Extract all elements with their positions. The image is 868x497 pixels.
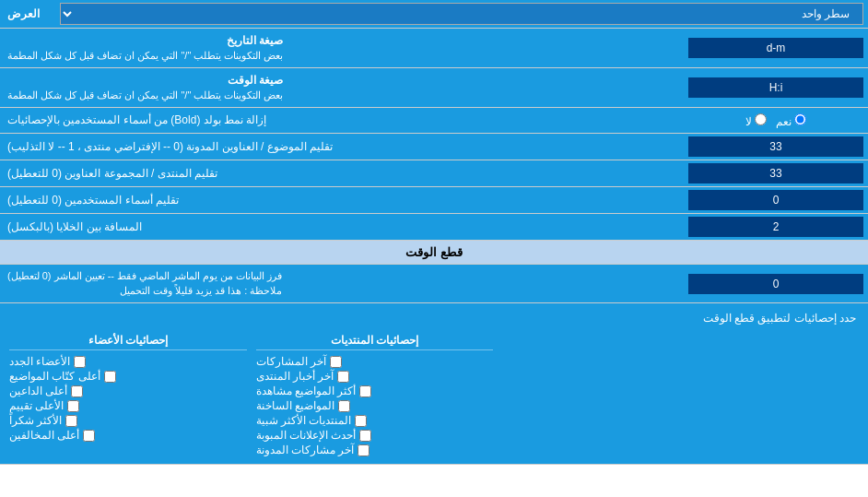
cb-most-like-forums-input[interactable] bbox=[355, 415, 367, 427]
time-format-label: صيغة الوقت بعض التكوينات يتطلب "/" التي … bbox=[0, 68, 684, 107]
cb-most-thanks: الأكثر شكراً bbox=[9, 414, 247, 427]
time-cut-input-cell bbox=[684, 265, 868, 302]
cb-new-members: الأعضاء الجدد bbox=[9, 355, 247, 368]
checkboxes-top-label: حدد إحصائيات لتطبيق قطع الوقت bbox=[5, 308, 863, 328]
time-cut-input[interactable] bbox=[688, 274, 863, 294]
time-format-row: صيغة الوقت بعض التكوينات يتطلب "/" التي … bbox=[0, 68, 868, 108]
cb-hot-topics: المواضيع الساخنة bbox=[256, 399, 494, 412]
cb-most-like-forums: المنتديات الأكثر شبية bbox=[256, 414, 494, 427]
cell-spacing-label: المسافة بين الخلايا (بالبكسل) bbox=[0, 214, 684, 240]
topics-trim-input-cell bbox=[684, 134, 868, 160]
cb-top-inviters-input[interactable] bbox=[71, 385, 83, 397]
members-stats-header: إحصائيات الأعضاء bbox=[9, 331, 247, 350]
bold-remove-row: إزالة نمط بولد (Bold) من أسماء المستخدمي… bbox=[0, 108, 868, 134]
checkboxes-grid: إحصائيات الأعضاء الأعضاء الجدد أعلى كتّا… bbox=[5, 328, 863, 459]
forum-trim-input[interactable] bbox=[688, 163, 863, 183]
cb-last-blog-posts-input[interactable] bbox=[358, 444, 369, 456]
empty-col bbox=[498, 328, 863, 459]
cb-top-rated-input[interactable] bbox=[67, 400, 79, 412]
forum-trim-row: تقليم المنتدى / المجموعة العناوين (0 للت… bbox=[0, 160, 868, 187]
cb-top-writers: أعلى كتّاب المواضيع bbox=[9, 370, 247, 383]
forum-trim-label: تقليم المنتدى / المجموعة العناوين (0 للت… bbox=[0, 160, 684, 186]
display-mode-select[interactable]: سطر واحد عدة أسطر bbox=[60, 3, 863, 25]
cell-spacing-row: المسافة بين الخلايا (بالبكسل) bbox=[0, 214, 868, 241]
time-format-input-cell bbox=[684, 68, 868, 107]
cb-last-news: آخر أخبار المنتدى bbox=[256, 370, 494, 383]
cell-spacing-input[interactable] bbox=[688, 217, 863, 237]
forums-stats-col: إحصائيات المنتديات آخر المشاركات آخر أخب… bbox=[252, 328, 499, 459]
forums-stats-header: إحصائيات المنتديات bbox=[256, 331, 494, 350]
users-trim-input-cell bbox=[684, 187, 868, 213]
bold-yes-radio[interactable] bbox=[794, 113, 806, 125]
date-format-input[interactable]: d-m bbox=[688, 38, 863, 58]
cb-most-viewed-input[interactable] bbox=[359, 385, 371, 397]
cell-spacing-input-cell bbox=[684, 214, 868, 240]
display-mode-row: العرض سطر واحد عدة أسطر bbox=[0, 0, 868, 29]
time-cut-label: فرز البيانات من يوم الماشر الماضي فقط --… bbox=[0, 265, 684, 302]
cb-top-inviters: أعلى الداعين bbox=[9, 385, 247, 397]
bold-yes-label: نعم bbox=[776, 113, 806, 128]
bold-remove-label: إزالة نمط بولد (Bold) من أسماء المستخدمي… bbox=[0, 108, 684, 133]
cb-hot-topics-input[interactable] bbox=[338, 400, 350, 412]
cb-most-thanks-input[interactable] bbox=[65, 415, 77, 427]
users-trim-input[interactable] bbox=[688, 190, 863, 210]
time-format-input[interactable] bbox=[688, 77, 863, 98]
date-format-label: صيغة التاريخ بعض التكوينات يتطلب "/" الت… bbox=[0, 29, 684, 67]
date-format-input-cell: d-m bbox=[684, 29, 868, 67]
bold-remove-radio-cell: نعم لا bbox=[684, 108, 868, 133]
time-cut-row: فرز البيانات من يوم الماشر الماضي فقط --… bbox=[0, 265, 868, 303]
cb-latest-classifieds: أحدث الإعلانات المبوبة bbox=[256, 429, 494, 442]
users-trim-label: تقليم أسماء المستخدمين (0 للتعطيل) bbox=[0, 187, 684, 213]
date-format-row: صيغة التاريخ بعض التكوينات يتطلب "/" الت… bbox=[0, 29, 868, 68]
cb-most-viewed: أكثر المواضيع مشاهدة bbox=[256, 385, 494, 397]
cb-last-posts-input[interactable] bbox=[330, 356, 342, 368]
cb-new-members-input[interactable] bbox=[74, 356, 86, 368]
cb-last-news-input[interactable] bbox=[337, 371, 349, 383]
cb-top-rated: الأعلى تقييم bbox=[9, 399, 247, 412]
bold-no-label: لا bbox=[745, 113, 767, 128]
cb-top-violations-input[interactable] bbox=[83, 430, 95, 442]
topics-trim-row: تقليم الموضوع / العناوين المدونة (0 -- ا… bbox=[0, 134, 868, 160]
bold-no-radio[interactable] bbox=[755, 113, 767, 125]
users-trim-row: تقليم أسماء المستخدمين (0 للتعطيل) bbox=[0, 187, 868, 214]
time-cut-header: قطع الوقت bbox=[0, 241, 868, 265]
topics-trim-input[interactable] bbox=[688, 136, 863, 157]
forum-trim-input-cell bbox=[684, 160, 868, 186]
display-mode-input-cell: سطر واحد عدة أسطر bbox=[55, 0, 868, 28]
cb-last-blog-posts: آخر مشاركات المدونة bbox=[256, 444, 494, 456]
cb-top-writers-input[interactable] bbox=[104, 371, 116, 383]
cb-top-violations: أعلى المخالفين bbox=[9, 429, 247, 442]
display-mode-label: العرض bbox=[0, 0, 55, 28]
cb-latest-classifieds-input[interactable] bbox=[359, 430, 371, 442]
cb-last-posts: آخر المشاركات bbox=[256, 355, 494, 368]
members-stats-col: إحصائيات الأعضاء الأعضاء الجدد أعلى كتّا… bbox=[5, 328, 252, 459]
checkboxes-area: حدد إحصائيات لتطبيق قطع الوقت إحصائيات ا… bbox=[0, 303, 868, 465]
topics-trim-label: تقليم الموضوع / العناوين المدونة (0 -- ا… bbox=[0, 134, 684, 160]
